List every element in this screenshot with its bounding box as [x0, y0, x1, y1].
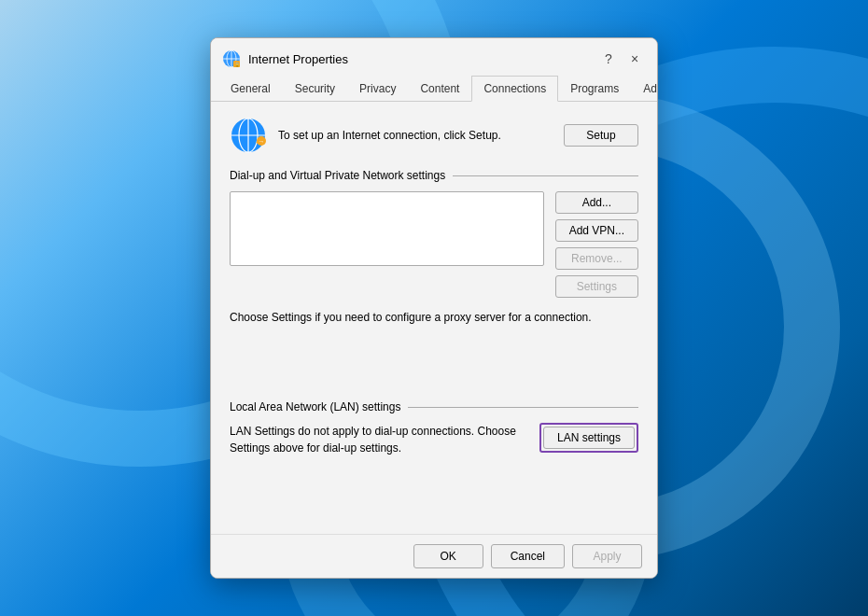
- tab-security[interactable]: Security: [283, 76, 347, 102]
- lan-settings-button[interactable]: LAN settings: [543, 427, 635, 449]
- tab-general[interactable]: General: [218, 76, 283, 102]
- lan-section: Local Area Network (LAN) settings LAN Se…: [230, 400, 638, 456]
- dialog-icon: 🔒: [222, 49, 241, 68]
- title-bar-controls: ? ×: [597, 48, 646, 70]
- vpn-area: Add... Add VPN... Remove... Settings: [230, 191, 638, 298]
- tab-bar: General Security Privacy Content Connect…: [211, 76, 657, 102]
- lan-content: LAN Settings do not apply to dial-up con…: [230, 423, 638, 456]
- add-button[interactable]: Add...: [555, 191, 638, 214]
- dialog-footer: OK Cancel Apply: [211, 534, 657, 578]
- proxy-description: Choose Settings if you need to configure…: [230, 309, 638, 326]
- apply-button[interactable]: Apply: [572, 544, 642, 568]
- tab-advanced[interactable]: Advanced: [631, 76, 658, 102]
- vpn-list-box[interactable]: [230, 191, 544, 266]
- lan-button-wrapper: LAN settings: [539, 423, 638, 453]
- setup-description: To set up an Internet connection, click …: [278, 128, 553, 144]
- setup-button[interactable]: Setup: [564, 124, 638, 147]
- cancel-button[interactable]: Cancel: [491, 544, 565, 568]
- globe-icon: →: [230, 117, 267, 154]
- dialog-overlay: 🔒 Internet Properties ? × General Securi…: [0, 0, 868, 616]
- ok-button[interactable]: OK: [413, 544, 483, 568]
- dialog-content: → To set up an Internet connection, clic…: [211, 102, 657, 534]
- lan-section-header: Local Area Network (LAN) settings: [230, 400, 638, 413]
- tab-privacy[interactable]: Privacy: [347, 76, 408, 102]
- tab-programs[interactable]: Programs: [558, 76, 631, 102]
- vpn-section-header: Dial-up and Virtual Private Network sett…: [230, 169, 638, 182]
- svg-text:🔒: 🔒: [234, 62, 241, 68]
- vpn-buttons: Add... Add VPN... Remove... Settings: [555, 191, 638, 298]
- help-button[interactable]: ?: [597, 48, 620, 70]
- setup-row: → To set up an Internet connection, clic…: [230, 117, 638, 154]
- add-vpn-button[interactable]: Add VPN...: [555, 219, 638, 242]
- svg-text:→: →: [259, 138, 265, 145]
- tab-content[interactable]: Content: [408, 76, 471, 102]
- internet-properties-dialog: 🔒 Internet Properties ? × General Securi…: [210, 37, 658, 579]
- remove-button[interactable]: Remove...: [555, 247, 638, 270]
- title-bar: 🔒 Internet Properties ? ×: [211, 38, 657, 76]
- tab-connections[interactable]: Connections: [471, 76, 558, 102]
- lan-description: LAN Settings do not apply to dial-up con…: [230, 423, 528, 456]
- dialog-title: Internet Properties: [248, 52, 590, 66]
- close-button[interactable]: ×: [623, 48, 646, 70]
- settings-button[interactable]: Settings: [555, 275, 638, 298]
